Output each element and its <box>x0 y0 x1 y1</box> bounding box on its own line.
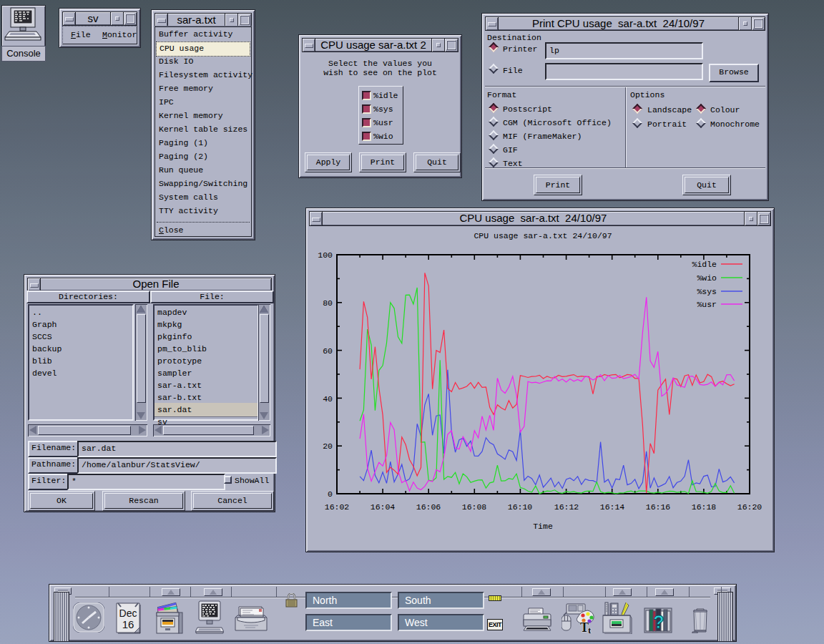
svg-text:%wio: %wio <box>697 273 717 283</box>
svg-text:%usr: %usr <box>697 300 717 309</box>
svg-text:0: 0 <box>328 489 333 499</box>
svg-text:Dec: Dec <box>119 608 137 619</box>
svg-text:?: ? <box>653 612 664 632</box>
svg-text:16:04: 16:04 <box>371 502 396 512</box>
svg-text:16:12: 16:12 <box>554 502 579 512</box>
svg-text:16:20: 16:20 <box>737 502 762 512</box>
svg-text:16:02: 16:02 <box>325 502 350 512</box>
svg-text:20: 20 <box>323 441 333 451</box>
svg-text:16:16: 16:16 <box>646 502 671 512</box>
svg-text:Time: Time <box>533 522 553 531</box>
svg-text:100: 100 <box>318 250 333 260</box>
svg-text:16:14: 16:14 <box>600 502 625 512</box>
svg-text:16: 16 <box>122 618 134 630</box>
svg-text:CPU usage sar-a.txt 24/10/97: CPU usage sar-a.txt 24/10/97 <box>474 231 612 240</box>
svg-text:t: t <box>588 625 592 633</box>
svg-text:%sys: %sys <box>697 287 717 296</box>
svg-text:16:06: 16:06 <box>416 502 441 512</box>
svg-text:16:18: 16:18 <box>692 502 717 512</box>
svg-text:60: 60 <box>323 346 333 356</box>
svg-text:%idle: %idle <box>692 260 717 269</box>
svg-text:16:08: 16:08 <box>462 502 487 512</box>
svg-text:16:10: 16:10 <box>508 502 533 512</box>
svg-text:80: 80 <box>323 298 333 308</box>
svg-text:40: 40 <box>323 394 333 404</box>
